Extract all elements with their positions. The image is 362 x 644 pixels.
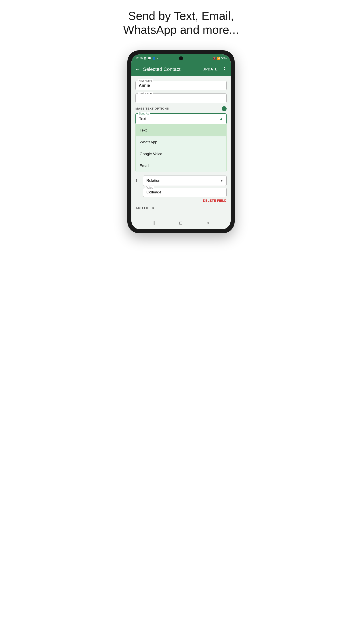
field-number: 1. (135, 176, 141, 183)
field-inputs: Relation ▼ Value Colleage (143, 176, 227, 197)
content-area: First Name Annie Last Name MASS TEXT OPT… (131, 76, 231, 217)
first-name-value: Annie (139, 82, 223, 88)
value-field[interactable]: Value Colleage (143, 188, 227, 197)
wifi-icon: 📶 (217, 57, 220, 60)
relation-dropdown[interactable]: Relation ▼ (143, 176, 227, 186)
headline: Send by Text, Email,WhatsApp and more... (119, 9, 243, 37)
camera-notch (179, 56, 183, 60)
nav-back-icon[interactable]: < (207, 220, 210, 226)
last-name-field[interactable]: Last Name (135, 94, 227, 103)
status-bar: 12:59 🖼 💬 👤 • 🔇 📶 53% (131, 54, 231, 62)
dropdown-arrow-up-icon: ▲ (219, 117, 223, 121)
option-email[interactable]: Email (136, 160, 226, 172)
update-button[interactable]: UPDATE (202, 67, 218, 71)
delete-field-row: DELETE FIELD (135, 199, 227, 202)
status-photo-icon: 🖼 (144, 57, 147, 60)
section-header: MASS TEXT OPTIONS i (135, 106, 227, 111)
last-name-label: Last Name (138, 92, 153, 95)
app-bar: ← Selected Contact UPDATE ⋮ (131, 62, 231, 76)
value-label: Value (145, 186, 154, 189)
add-field-row: ADD FIELD (135, 206, 227, 212)
nav-home-icon[interactable]: □ (179, 220, 182, 226)
status-msg-icon: 💬 (148, 57, 151, 60)
phone-frame: 12:59 🖼 💬 👤 • 🔇 📶 53% ← Selected Contact… (127, 50, 235, 233)
status-bar-icons: 🔇 📶 53% (213, 57, 227, 60)
app-bar-title: Selected Contact (143, 66, 200, 72)
send-as-value[interactable]: Text ▲ (136, 114, 226, 124)
nav-recent-icon[interactable]: ||| (153, 221, 155, 226)
phone-screen: 12:59 🖼 💬 👤 • 🔇 📶 53% ← Selected Contact… (131, 54, 231, 229)
mute-icon: 🔇 (213, 57, 216, 60)
more-menu-button[interactable]: ⋮ (222, 66, 227, 72)
delete-field-button[interactable]: DELETE FIELD (203, 199, 227, 202)
relation-text: Relation (146, 178, 160, 183)
status-bar-left: 12:59 🖼 💬 👤 • (135, 56, 158, 60)
option-whatsapp[interactable]: WhatsApp (136, 136, 226, 148)
page-wrapper: Send by Text, Email,WhatsApp and more...… (90, 9, 272, 233)
add-field-button[interactable]: ADD FIELD (135, 206, 154, 210)
status-time: 12:59 (135, 56, 143, 60)
option-text[interactable]: Text (136, 124, 226, 136)
back-button[interactable]: ← (135, 66, 140, 72)
first-name-label: First Name (138, 79, 153, 82)
send-as-label: Send As (138, 112, 150, 115)
send-as-text: Text (139, 116, 146, 121)
status-dot: • (157, 57, 158, 60)
relation-arrow-icon: ▼ (220, 179, 223, 182)
option-google-voice[interactable]: Google Voice (136, 148, 226, 160)
dropdown-options: Text WhatsApp Google Voice Email (135, 124, 227, 172)
nav-bar: ||| □ < (131, 217, 231, 229)
battery-text: 53% (221, 57, 227, 60)
first-name-field[interactable]: First Name Annie (135, 81, 227, 90)
section-title: MASS TEXT OPTIONS (135, 107, 169, 110)
last-name-value (139, 95, 223, 100)
info-icon-button[interactable]: i (222, 106, 227, 111)
value-text: Colleage (146, 189, 223, 194)
send-as-dropdown[interactable]: Send As Text ▲ (135, 113, 227, 124)
status-user-icon: 👤 (152, 57, 156, 60)
field-row-1: 1. Relation ▼ Value Colleage (135, 176, 227, 197)
